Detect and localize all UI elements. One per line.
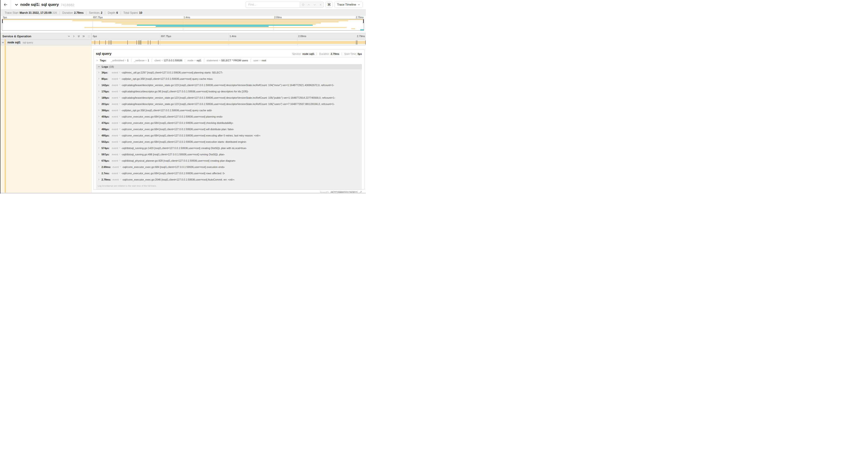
- timeline-ruler: 0µs697.75µs1.4ms2.09ms2.79ms: [91, 33, 366, 39]
- tree-controls: [67, 35, 85, 38]
- chevron-down-icon: [358, 3, 360, 6]
- log-chevron-right-icon: [98, 84, 100, 86]
- logs-header[interactable]: Logs (18): [96, 64, 362, 69]
- log-entry[interactable]: 366µs: event = ‹sql/plan_opt.go:358 [nsq…: [96, 107, 362, 113]
- logs-footer-note: Log timestamps are relative to the start…: [96, 183, 362, 189]
- log-entry[interactable]: 486µs: event = ‹sql/conn_executor_exec.g…: [96, 126, 362, 132]
- expand-one-chevron-right-icon[interactable]: [72, 35, 75, 38]
- timeline-gridline: [297, 33, 298, 39]
- trace-view-selector[interactable]: Trace Timeline: [334, 2, 363, 8]
- minimap-ruler-label: 1.4ms: [184, 16, 190, 19]
- log-entry[interactable]: 2.79ms: event = ‹sql/conn_executor_exec.…: [96, 176, 362, 183]
- back-button[interactable]: [0, 0, 11, 9]
- log-entry[interactable]: 502µs: event = ‹sql/conn_executor_exec.g…: [96, 138, 362, 145]
- span-detail-row: sql query Service: node sql1 Duration: 2…: [0, 45, 366, 193]
- log-chevron-right-icon: [98, 166, 100, 168]
- minimap-ruler-label: 0µs: [3, 16, 7, 19]
- arrow-left-icon: [3, 3, 7, 7]
- collapse-trace-chevron-down-icon[interactable]: [15, 3, 18, 6]
- log-chevron-right-icon: [98, 153, 100, 155]
- timeline-gridline: [160, 33, 160, 39]
- span-duration-bar[interactable]: [91, 41, 366, 44]
- log-entry[interactable]: 189µs: event = ‹sql/catalog/lease/descri…: [96, 94, 362, 101]
- tags-row[interactable]: Tags: _unfinished = 1 _verbose: [94, 57, 364, 63]
- span-meta-item: Start Time: 0µs: [342, 53, 362, 55]
- log-entry[interactable]: 176µs: event = ‹sql/catalog/descs/descri…: [96, 88, 362, 94]
- keyboard-shortcuts-button[interactable]: ⌘: [326, 2, 333, 8]
- trace-summary-item: Depth 6: [105, 11, 121, 14]
- find-input[interactable]: [246, 2, 300, 8]
- span-collapse-chevron-down-icon[interactable]: [2, 41, 4, 44]
- tags-list: _unfinished = 1 _verbose = 1: [108, 59, 269, 62]
- collapse-all-double-chevron-down-icon[interactable]: [77, 35, 80, 38]
- span-row: node sql1 sql query: [0, 39, 366, 45]
- log-chevron-right-icon: [98, 128, 100, 130]
- log-entry[interactable]: 574µs: event = ‹sql/distsql_running.go:1…: [96, 145, 362, 151]
- minimap-ruler-label: 2.79ms: [356, 16, 364, 19]
- jaeger-trace-page: node sql1: sql query 7418682 ⌘ Trace Tim…: [0, 0, 366, 194]
- log-marker-tick: [140, 40, 141, 44]
- span-row-name-cell[interactable]: node sql1 sql query: [0, 39, 91, 45]
- minimap-scrubber-left[interactable]: [2, 19, 3, 23]
- tags-label: Tags:: [100, 59, 106, 62]
- tag-item: client = 127.0.0.1:59936: [152, 59, 185, 62]
- tag-item: statement = SELECT * FROM users: [204, 59, 251, 62]
- log-entry[interactable]: 476µs: event = ‹sql/conn_executor_exec.g…: [96, 120, 362, 126]
- log-entry[interactable]: 201µs: event = ‹sql/catalog/lease/descri…: [96, 101, 362, 107]
- log-entry[interactable]: 2.7ms: event = ‹sql/conn_executor_exec.g…: [96, 170, 362, 176]
- prev-match-chevron-up-icon[interactable]: [306, 2, 312, 7]
- log-entry[interactable]: 2.69ms: event = ‹sql/conn_executor_exec.…: [96, 164, 362, 170]
- tags-chevron-right-icon: [96, 59, 98, 62]
- log-marker-tick: [141, 40, 141, 44]
- column-resizer-handle[interactable]: [88, 35, 90, 38]
- log-entry[interactable]: 495µs: event = ‹sql/conn_executor_exec.g…: [96, 132, 362, 138]
- log-chevron-right-icon: [98, 90, 100, 92]
- match-locate-icon[interactable]: [300, 2, 306, 7]
- trace-summary-item: Duration 2.79ms: [60, 11, 86, 14]
- log-marker-tick: [158, 40, 158, 44]
- clear-find-icon[interactable]: [317, 2, 323, 7]
- log-rows: 34µs: event = ‹sql/exec_util.go:2297 [ns…: [96, 69, 362, 183]
- span-detail-panel: sql query Service: node sql1 Duration: 2…: [93, 49, 365, 190]
- log-marker-tick: [357, 40, 357, 44]
- service-color-strip: [5, 39, 6, 45]
- log-marker-tick: [365, 40, 366, 44]
- minimap-span-bar: [351, 28, 355, 29]
- minimap-canvas[interactable]: [2, 19, 364, 31]
- log-chevron-right-icon: [98, 109, 100, 111]
- log-chevron-right-icon: [98, 134, 100, 136]
- next-match-chevron-down-icon[interactable]: [312, 2, 317, 7]
- minimap-scrubber-right[interactable]: [363, 19, 364, 23]
- minimap-span-bar: [85, 27, 346, 28]
- trace-summary-item: Services 2: [86, 11, 105, 14]
- log-marker-tick: [105, 40, 106, 44]
- log-entry[interactable]: 34µs: event = ‹sql/exec_util.go:2297 [ns…: [96, 69, 362, 75]
- timeline-ruler-label: 0µs: [93, 35, 97, 38]
- timeline-ruler-label: 1.4ms: [229, 35, 236, 38]
- log-marker-tick: [110, 40, 111, 44]
- span-row-timeline-cell[interactable]: [91, 39, 366, 45]
- log-entry[interactable]: 597µs: event = ‹sql/distsql_running.go:4…: [96, 151, 362, 157]
- minimap-span-bar: [122, 24, 316, 25]
- log-marker-tick: [136, 40, 137, 44]
- minimap-span-bar: [115, 23, 320, 24]
- operation-name: sql query: [23, 41, 33, 44]
- log-chevron-right-icon: [98, 141, 100, 143]
- window-edge: [0, 0, 0, 194]
- log-chevron-right-icon: [98, 78, 100, 80]
- log-chevron-right-icon: [98, 116, 100, 118]
- minimap-span-bar: [2, 19, 364, 20]
- log-entry[interactable]: 459µs: event = ‹sql/conn_executor_exec.g…: [96, 113, 362, 120]
- log-entry[interactable]: 80µs: event = ‹sql/plan_opt.go:358 [nsql…: [96, 75, 362, 82]
- trace-title: node sql1: sql query: [20, 2, 59, 7]
- tag-item: _unfinished = 1: [108, 59, 131, 62]
- tag-item: node = sql1: [185, 59, 204, 62]
- minimap-span-bar: [156, 26, 269, 27]
- log-entry[interactable]: 678µs: event = ‹sql/distsql_physical_pla…: [96, 157, 362, 164]
- tag-item: user = root: [251, 59, 269, 62]
- expand-all-double-chevron-right-icon[interactable]: [82, 35, 85, 38]
- collapse-one-chevron-down-icon[interactable]: [67, 35, 70, 38]
- minimap-gap: [2, 31, 364, 33]
- log-marker-tick: [150, 40, 151, 44]
- log-entry[interactable]: 142µs: event = ‹sql/catalog/lease/descri…: [96, 82, 362, 88]
